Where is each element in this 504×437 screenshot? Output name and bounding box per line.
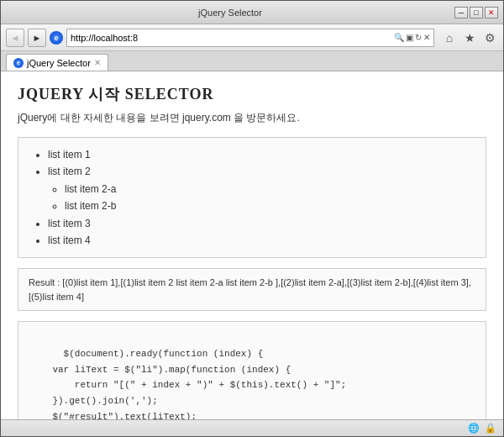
stop-icon[interactable]: ✕ — [423, 33, 430, 42]
code-box: $(document).ready(function (index) { var… — [18, 321, 486, 419]
refresh-icon[interactable]: ↻ — [415, 33, 422, 42]
minimize-button[interactable]: ─ — [454, 7, 468, 18]
tools-button[interactable]: ⚙ — [481, 30, 498, 45]
close-button[interactable]: ✕ — [485, 7, 498, 18]
browser-window: jQuery Selector ─ □ ✕ ◄ ► e 🔍 ▣ ↻ ✕ ⌂ ★ … — [0, 0, 504, 437]
tab-bar: e jQuery Selector ✕ — [1, 51, 503, 71]
result-label: Result : — [29, 277, 60, 287]
sub-list: list item 2-a list item 2-b — [48, 181, 473, 215]
window-controls: ─ □ ✕ — [454, 7, 498, 18]
favorites-button[interactable]: ★ — [461, 30, 478, 45]
code-content: $(document).ready(function (index) { var… — [30, 349, 346, 419]
main-list: list item 1 list item 2 list item 2-a li… — [31, 146, 473, 249]
maximize-button[interactable]: □ — [470, 7, 483, 18]
list-item: list item 3 — [48, 215, 473, 232]
address-bar: 🔍 ▣ ↻ ✕ — [66, 29, 434, 47]
list-item: list item 4 — [48, 232, 473, 249]
list-item: list item 2-a — [65, 181, 473, 197]
status-icons: 🌐 🔒 — [468, 423, 496, 434]
result-text: [(0)list item 1],[(1)list item 2 list it… — [29, 277, 471, 302]
list-item: list item 2 list item 2-a list item 2-b — [48, 163, 473, 214]
ie-icon: e — [50, 31, 63, 45]
list-item: list item 2-b — [65, 197, 473, 214]
forward-button[interactable]: ► — [28, 29, 46, 47]
tab-ie-icon: e — [13, 58, 24, 68]
page-content: jQuery 시작 Selector jQuery에 대한 자세한 내용을 보려… — [1, 71, 503, 419]
status-icon-1: 🌐 — [468, 423, 480, 434]
subtitle: jQuery에 대한 자세한 내용을 보려면 jquery.com 을 방문하세… — [18, 111, 486, 125]
title-bar: jQuery Selector ─ □ ✕ — [1, 1, 503, 24]
compat-icon[interactable]: ▣ — [406, 33, 413, 42]
nav-toolbar: ◄ ► e 🔍 ▣ ↻ ✕ ⌂ ★ ⚙ — [1, 24, 503, 51]
status-icon-2: 🔒 — [485, 423, 496, 434]
list-box: list item 1 list item 2 list item 2-a li… — [18, 137, 486, 258]
list-item: list item 1 — [48, 146, 473, 163]
toolbar-right: ⌂ ★ ⚙ — [441, 30, 498, 45]
search-icon[interactable]: 🔍 — [394, 33, 404, 42]
page-title: jQuery 시작 Selector — [18, 84, 486, 104]
result-box: Result : [(0)list item 1],[(1)list item … — [18, 268, 486, 311]
status-bar: 🌐 🔒 — [1, 419, 503, 436]
tab-label: jQuery Selector — [27, 58, 91, 68]
address-input[interactable] — [71, 33, 394, 43]
browser-tab[interactable]: e jQuery Selector ✕ — [6, 54, 108, 71]
back-button[interactable]: ◄ — [6, 29, 24, 47]
tab-close-button[interactable]: ✕ — [94, 58, 101, 67]
address-icons: 🔍 ▣ ↻ ✕ — [394, 33, 430, 42]
title-bar-title: jQuery Selector — [198, 8, 262, 18]
home-button[interactable]: ⌂ — [441, 30, 458, 45]
